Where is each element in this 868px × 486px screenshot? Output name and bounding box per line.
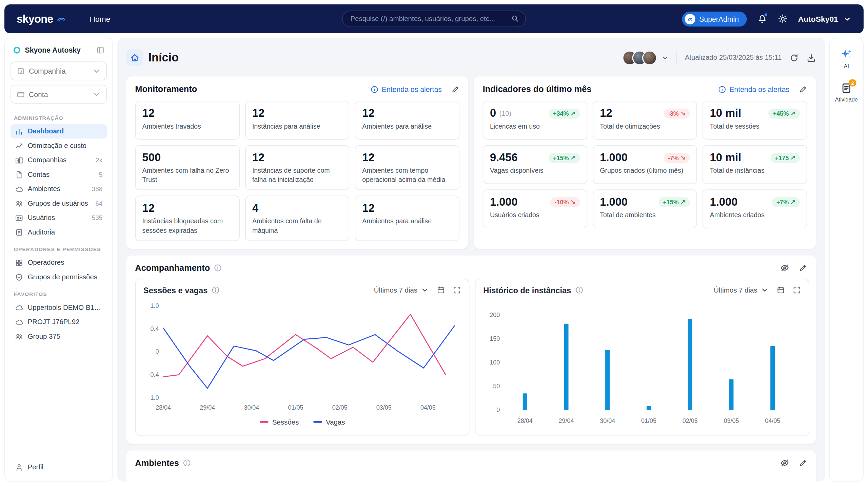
last-updated-text: Atualizado 25/03/2025 às 15:11 — [685, 54, 782, 61]
sidebar-item-usuarios[interactable]: Usuários535 — [11, 210, 107, 225]
understand-alerts-link[interactable]: Entenda os alertas — [370, 85, 442, 93]
expand-icon[interactable] — [453, 286, 461, 294]
nav-home[interactable]: Home — [90, 14, 110, 23]
edit-pencil-icon[interactable] — [799, 85, 807, 93]
trend-badge: -10%↘ — [550, 197, 580, 207]
sidebar-item-ambientes[interactable]: Ambientes388 — [11, 182, 107, 196]
account-select[interactable]: Conta — [11, 85, 107, 104]
stat-tile[interactable]: 4Ambientes com falta de máquina — [245, 196, 350, 241]
sidebar-item-grupos-de-permissoes[interactable]: Grupos de permissões — [11, 270, 107, 284]
indicators-title: Indicadores do último mês — [483, 84, 592, 94]
range-select[interactable]: Últimos 7 dias — [374, 286, 429, 294]
settings-gear-icon[interactable] — [777, 14, 787, 24]
sidebar-item-operadores[interactable]: Operadores — [11, 256, 107, 270]
range-select[interactable]: Últimos 7 dias — [714, 286, 769, 294]
company-select[interactable]: Companhia — [11, 61, 107, 80]
dashboard-icon — [15, 127, 23, 135]
edit-pencil-icon[interactable] — [799, 459, 807, 467]
right-rail: AI 2 Atividade — [829, 38, 864, 482]
sidebar-item-perfil[interactable]: Perfil — [11, 460, 107, 474]
edit-pencil-icon[interactable] — [451, 85, 459, 93]
refresh-icon[interactable] — [789, 53, 799, 62]
stat-tile[interactable]: 1.000-7%↘Grupos criados (último mês) — [593, 145, 697, 184]
understand-alerts-link[interactable]: Entenda os alertas — [718, 85, 789, 93]
stat-tile[interactable]: 10 mil+175↗Total de instâncias — [703, 145, 807, 184]
download-icon[interactable] — [807, 53, 816, 62]
hide-eye-off-icon[interactable] — [780, 263, 789, 273]
stat-tile[interactable]: 12Ambientes para análise — [355, 196, 459, 241]
stat-tile[interactable]: 10 mil+45%↗Total de sessões — [703, 101, 807, 139]
sidebar-item-otimizacao-e-custo[interactable]: Otimização e custo — [11, 138, 107, 153]
stat-tile[interactable]: 12Ambientes com tempo operacional acima … — [355, 145, 459, 190]
tracking-title-label: Acompanhamento — [135, 263, 210, 273]
tile-value: 12 — [252, 107, 264, 120]
sidebar-item-dashboard[interactable]: Dashboard — [11, 124, 107, 138]
info-icon[interactable] — [575, 286, 583, 294]
sidebar-item-projt-j76pl92[interactable]: PROJT J76PL92 — [11, 315, 107, 329]
environments-header: Ambientes — [135, 458, 807, 468]
search-icon[interactable] — [511, 14, 519, 22]
tile-label: Usuários criados — [490, 210, 580, 219]
account-menu[interactable]: AutoSky01 — [798, 14, 851, 23]
workspace-row: Skyone Autosky — [11, 46, 107, 54]
tile-label: Grupos criados (último mês) — [600, 166, 690, 175]
legend-item-vagas[interactable]: Vagas — [313, 418, 345, 426]
info-icon[interactable] — [214, 264, 222, 272]
stat-tile[interactable]: 9.456+15%↗Vagas disponíveis — [483, 145, 587, 184]
stat-tile[interactable]: 500Ambientes com falha no Zero Trust — [135, 145, 239, 190]
edit-pencil-icon[interactable] — [799, 264, 807, 272]
calendar-icon[interactable] — [437, 286, 445, 294]
stat-tile[interactable]: 12-3%↘Total de otimizações — [593, 101, 697, 139]
skyone-logo[interactable]: skyone — [17, 13, 65, 25]
notifications-bell-icon[interactable] — [757, 14, 767, 24]
hide-eye-off-icon[interactable] — [780, 459, 789, 468]
tile-value-row: 12-3%↘ — [600, 107, 690, 120]
sidebar-item-auditoria[interactable]: Auditoria — [11, 225, 107, 239]
calendar-icon[interactable] — [777, 286, 785, 294]
role-badge[interactable]: SuperAdmin — [682, 11, 747, 26]
rail-item-ai[interactable]: AI — [840, 48, 852, 69]
tracking-actions — [780, 263, 807, 273]
page-header-right: Atualizado 25/03/2025 às 15:11 — [622, 50, 816, 65]
rail-item-activity[interactable]: 2 Atividade — [835, 82, 858, 102]
sidebar-item-uppertools-demo-b10pl14[interactable]: Uppertools DEMO B10PL14 — [11, 300, 107, 315]
sidebar-item-companhias[interactable]: Companhias2k — [11, 153, 107, 167]
trend-up-icon: ↗ — [790, 198, 795, 205]
search-input[interactable] — [342, 11, 526, 27]
tile-label: Total de ambientes — [600, 210, 690, 219]
stat-cards-row: Monitoramento Entenda os alertas — [126, 76, 816, 248]
logo-text: skyone — [17, 13, 53, 25]
tile-value: 12 — [362, 107, 374, 120]
sidebar-item-contas[interactable]: Contas5 — [11, 167, 107, 182]
stat-tile[interactable]: 1.000+7%↗Ambientes criados — [703, 189, 807, 228]
axis-label: 0 — [496, 406, 500, 413]
info-icon[interactable] — [212, 286, 220, 294]
stat-tile[interactable]: 12Instâncias de suporte com falha na ini… — [245, 145, 350, 190]
axis-label: 02/05 — [332, 404, 348, 411]
stat-tile[interactable]: 12Instâncias bloqueadas com sessões expi… — [135, 196, 239, 241]
info-icon[interactable] — [183, 459, 191, 467]
monitoring-tiles: 12Ambientes travados12Instâncias para an… — [135, 101, 459, 241]
stat-tile[interactable]: 0(10)+34%↗Licenças em uso — [483, 101, 587, 139]
sidebar-collapse-icon[interactable] — [96, 46, 104, 54]
stat-tile[interactable]: 1.000-10%↘Usuários criados — [483, 189, 587, 228]
stat-tile[interactable]: 1.000+15%↗Total de ambientes — [593, 189, 697, 228]
expand-icon[interactable] — [793, 286, 801, 294]
line-series-sessoes — [163, 314, 446, 377]
stat-tile[interactable]: 12Ambientes travados — [135, 101, 239, 139]
role-badge-icon — [685, 14, 695, 24]
tile-label: Ambientes para análise — [362, 122, 452, 131]
trend-badge-value: +175 — [775, 154, 789, 161]
stat-tile[interactable]: 12Instâncias para análise — [245, 101, 350, 139]
sidebar-item-label: Contas — [28, 171, 50, 179]
stat-tile[interactable]: 12Ambientes para análise — [355, 101, 459, 139]
axis-label: 200 — [490, 312, 500, 318]
sidebar-item-grupos-de-usuarios[interactable]: Grupos de usuários64 — [11, 196, 107, 210]
sidebar-item-group-375[interactable]: Group 375 — [11, 329, 107, 343]
instances-chart-controls: Últimos 7 dias — [714, 286, 801, 294]
trend-down-icon: ↘ — [680, 154, 686, 161]
viewer-avatars[interactable] — [622, 50, 669, 65]
legend-item-sessoes[interactable]: Sessões — [259, 418, 299, 426]
bar-02-05 — [688, 319, 692, 410]
sidebar-sections: ADMINISTRAÇÃODashboardOtimização e custo… — [11, 108, 107, 343]
